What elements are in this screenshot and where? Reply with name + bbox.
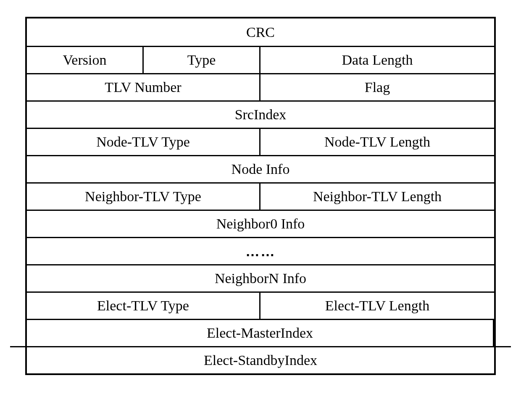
field-srcindex: SrcIndex [27, 102, 494, 128]
row-elect-tlv: Elect-TLV Type Elect-TLV Length [27, 291, 494, 319]
field-tlv-number: TLV Number [27, 74, 260, 100]
row-neighbor0-info: Neighbor0 Info [27, 210, 494, 237]
row-neighborn-info: NeighborN Info [27, 264, 494, 291]
field-node-tlv-length: Node-TLV Length [260, 129, 494, 155]
field-node-tlv-type: Node-TLV Type [27, 129, 260, 155]
row-crc: CRC [27, 18, 494, 46]
row-srcindex: SrcIndex [27, 100, 494, 128]
extended-divider-line [10, 346, 511, 347]
row-elect-standby: Elect-StandbyIndex [27, 346, 494, 373]
field-elect-standby-index: Elect-StandbyIndex [27, 347, 494, 373]
field-elect-tlv-type: Elect-TLV Type [27, 293, 260, 319]
field-ellipsis: …… [27, 238, 494, 264]
field-type: Type [144, 47, 260, 73]
field-neighbor-tlv-type: Neighbor-TLV Type [27, 184, 260, 210]
field-node-info: Node Info [27, 156, 494, 182]
field-flag: Flag [260, 74, 494, 100]
field-neighbor-tlv-length: Neighbor-TLV Length [260, 184, 494, 210]
row-node-info: Node Info [27, 155, 494, 182]
row-node-tlv: Node-TLV Type Node-TLV Length [27, 128, 494, 155]
packet-structure-table: CRC Version Type Data Length TLV Number … [25, 17, 496, 375]
row-tlv-flag: TLV Number Flag [27, 73, 494, 100]
row-ellipsis: …… [27, 237, 494, 264]
field-crc: CRC [27, 18, 494, 46]
field-neighborn-info: NeighborN Info [27, 265, 494, 291]
row-elect-master: Elect-MasterIndex [27, 319, 494, 346]
field-elect-tlv-length: Elect-TLV Length [260, 293, 494, 319]
field-version: Version [27, 47, 144, 73]
row-neighbor-tlv: Neighbor-TLV Type Neighbor-TLV Length [27, 182, 494, 210]
row-version-type-length: Version Type Data Length [27, 46, 494, 73]
field-data-length: Data Length [260, 47, 494, 73]
field-neighbor0-info: Neighbor0 Info [27, 211, 494, 237]
field-elect-master-index: Elect-MasterIndex [27, 320, 494, 346]
